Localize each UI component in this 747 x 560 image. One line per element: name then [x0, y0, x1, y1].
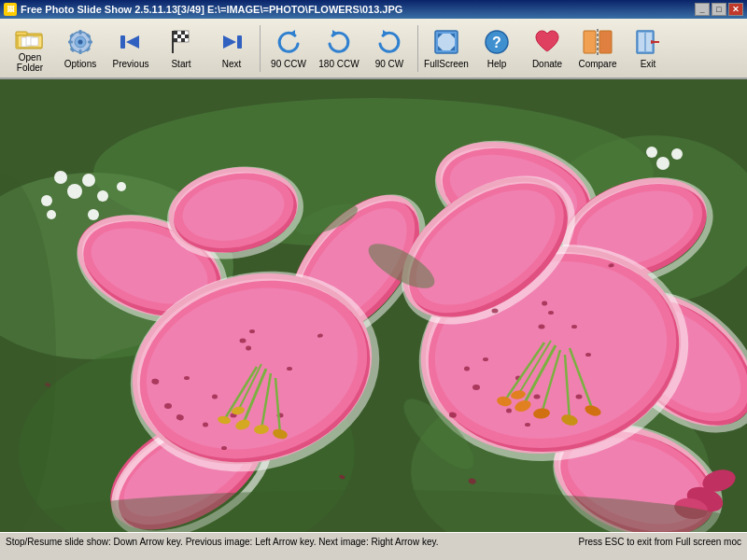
options-label: Options — [64, 59, 96, 69]
compare-icon — [583, 27, 613, 57]
flower-image — [0, 79, 747, 532]
svg-point-55 — [82, 174, 95, 187]
previous-button[interactable]: Previous — [106, 22, 155, 75]
svg-point-58 — [41, 195, 52, 206]
svg-point-99 — [221, 446, 227, 450]
svg-point-56 — [54, 171, 67, 184]
open-folder-label: Open Folder — [8, 52, 51, 73]
svg-rect-40 — [584, 31, 596, 53]
svg-point-88 — [184, 376, 190, 380]
help-icon: ? — [482, 27, 512, 57]
svg-rect-27 — [237, 35, 242, 49]
rotate-180ccw-label: 180 CCW — [318, 59, 359, 69]
options-icon — [65, 27, 95, 57]
svg-point-60 — [88, 209, 99, 220]
exit-button[interactable]: Exit — [624, 22, 672, 75]
svg-point-137 — [483, 357, 488, 361]
next-icon — [217, 27, 247, 57]
svg-point-62 — [656, 157, 669, 170]
help-label: Help — [487, 59, 507, 69]
status-left-text: Stop/Resume slide show: Down Arrow key. … — [6, 537, 439, 547]
donate-label: Donate — [532, 59, 562, 69]
svg-rect-22 — [181, 31, 185, 35]
svg-rect-19 — [172, 31, 174, 53]
help-button[interactable]: ? Help — [472, 22, 521, 75]
close-button[interactable]: ✕ — [728, 3, 743, 16]
status-bar: Stop/Resume slide show: Down Arrow key. … — [0, 532, 747, 551]
exit-label: Exit — [641, 59, 656, 69]
app-icon: 🖼 — [4, 3, 17, 16]
svg-point-63 — [671, 148, 683, 160]
start-button[interactable]: Start — [157, 22, 205, 75]
rotate-90ccw-icon — [274, 27, 303, 57]
svg-rect-12 — [88, 41, 92, 44]
rotate-90cw-button[interactable]: 90 CW — [365, 22, 414, 75]
title-controls: _ □ ✕ — [695, 3, 743, 16]
svg-marker-29 — [289, 30, 295, 37]
svg-point-142 — [472, 385, 480, 390]
previous-label: Previous — [113, 59, 149, 69]
svg-rect-26 — [181, 38, 185, 42]
svg-point-144 — [506, 409, 512, 413]
next-button[interactable]: Next — [207, 22, 256, 75]
title-bar-text: 🖼 Free Photo Slide Show 2.5.11.13[3/49] … — [4, 3, 402, 16]
rotate-90ccw-button[interactable]: 90 CCW — [264, 22, 313, 75]
rotate-90cw-icon — [374, 27, 404, 57]
fullscreen-icon — [431, 27, 461, 57]
start-label: Start — [171, 59, 190, 69]
svg-point-147 — [576, 395, 583, 399]
toolbar: Open Folder Options — [0, 19, 747, 79]
svg-rect-11 — [68, 41, 73, 44]
fullscreen-label: FullScreen — [424, 59, 469, 69]
svg-point-95 — [203, 423, 208, 427]
svg-rect-24 — [185, 35, 189, 38]
svg-marker-30 — [332, 30, 338, 37]
next-label: Next — [222, 59, 242, 69]
svg-rect-10 — [79, 49, 82, 54]
svg-point-150 — [571, 325, 577, 329]
title-text: Free Photo Slide Show 2.5.11.13[3/49] E:… — [21, 4, 402, 15]
svg-point-148 — [525, 423, 530, 427]
svg-rect-5 — [31, 37, 38, 46]
title-bar: 🖼 Free Photo Slide Show 2.5.11.13[3/49] … — [0, 0, 747, 19]
start-icon — [166, 27, 196, 57]
open-folder-icon — [15, 24, 45, 50]
svg-point-59 — [47, 210, 56, 219]
svg-marker-28 — [223, 35, 236, 49]
svg-marker-18 — [126, 35, 139, 49]
svg-point-54 — [67, 184, 82, 199]
image-display — [0, 79, 747, 532]
svg-text:?: ? — [492, 35, 501, 50]
svg-point-94 — [287, 367, 292, 371]
svg-point-143 — [585, 353, 591, 357]
svg-rect-17 — [120, 35, 125, 49]
status-right-text: Press ESC to exit from Full screen moc — [579, 537, 742, 547]
svg-point-140 — [534, 395, 541, 399]
minimize-button[interactable]: _ — [695, 3, 710, 16]
compare-button[interactable]: Compare — [573, 22, 622, 75]
svg-rect-23 — [177, 35, 181, 38]
svg-point-136 — [539, 325, 545, 329]
svg-point-97 — [249, 329, 255, 333]
svg-rect-21 — [174, 31, 177, 35]
rotate-90cw-label: 90 CW — [375, 59, 404, 69]
exit-icon — [633, 27, 663, 57]
rotate-180ccw-icon — [324, 27, 354, 57]
rotate-90ccw-label: 90 CCW — [271, 59, 306, 69]
donate-icon — [532, 27, 562, 57]
maximize-button[interactable]: □ — [712, 3, 726, 16]
rotate-180ccw-button[interactable]: 180 CCW — [315, 22, 363, 75]
svg-rect-41 — [599, 31, 612, 53]
svg-point-8 — [78, 40, 83, 45]
svg-point-61 — [117, 182, 126, 191]
svg-point-149 — [492, 309, 499, 314]
svg-point-93 — [164, 403, 172, 409]
open-folder-button[interactable]: Open Folder — [6, 22, 54, 75]
fullscreen-button[interactable]: FullScreen — [422, 22, 471, 75]
donate-button[interactable]: Donate — [523, 22, 571, 75]
svg-rect-25 — [174, 38, 177, 42]
svg-rect-33 — [438, 34, 455, 50]
options-button[interactable]: Options — [56, 22, 105, 75]
svg-point-90 — [212, 395, 218, 399]
svg-point-146 — [548, 311, 554, 315]
